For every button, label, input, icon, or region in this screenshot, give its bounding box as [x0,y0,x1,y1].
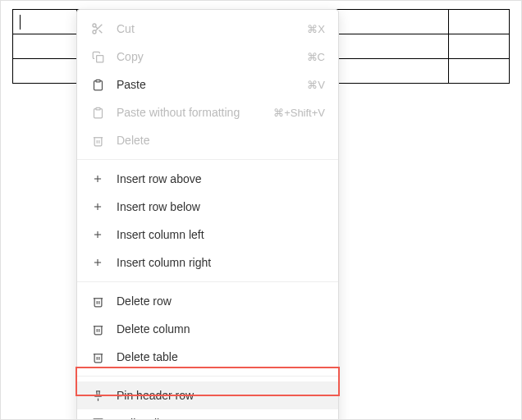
menu-shortcut: ⌘+Shift+V [273,107,325,119]
menu-label: Copy [117,50,307,63]
copy-icon [90,49,105,64]
menu-label: Cut [117,22,307,35]
menu-paste[interactable]: Paste ⌘V [77,71,338,98]
menu-cut[interactable]: Cut ⌘X [77,15,338,43]
menu-insert-col-left[interactable]: Insert column left [77,221,338,249]
split-icon [90,416,105,420]
table-cell[interactable] [13,59,77,84]
table-cell[interactable] [449,59,510,84]
menu-shortcut: ⌘V [307,79,325,91]
menu-label: Split cell [117,417,325,420]
menu-delete-column[interactable]: Delete column [77,315,338,343]
menu-split-cell[interactable]: Split cell [77,409,338,420]
menu-insert-col-right[interactable]: Insert column right [77,249,338,276]
menu-label: Paste without formatting [117,106,273,119]
menu-label: Paste [117,78,307,91]
svg-line-3 [99,30,103,34]
text-cursor [20,15,21,30]
svg-point-1 [93,30,96,34]
svg-point-0 [93,24,96,27]
trash-icon [90,349,105,364]
svg-rect-7 [96,107,100,110]
menu-shortcut: ⌘C [307,51,325,63]
menu-label: Insert column right [117,256,325,269]
menu-delete-row[interactable]: Delete row [77,287,338,315]
menu-label: Delete [117,134,325,147]
menu-delete[interactable]: Delete [77,126,338,154]
menu-label: Insert column left [117,228,325,241]
plus-icon [90,227,105,242]
plus-icon [90,199,105,214]
context-menu: Cut ⌘X Copy ⌘C Paste ⌘V Paste without fo… [76,9,339,420]
menu-separator [77,159,338,160]
pin-icon [90,388,105,403]
menu-separator [77,376,338,377]
svg-rect-6 [96,80,100,82]
svg-line-4 [95,26,98,29]
menu-label: Delete column [117,322,325,336]
menu-label: Insert row above [117,172,325,185]
menu-label: Pin header row [117,389,325,402]
scissors-icon [90,21,105,36]
menu-label: Insert row below [117,200,325,213]
menu-copy[interactable]: Copy ⌘C [77,43,338,71]
plus-icon [90,171,105,186]
menu-pin-header-row[interactable]: Pin header row [77,381,338,409]
clipboard-plain-icon [90,105,105,120]
trash-icon [90,133,105,148]
menu-insert-row-below[interactable]: Insert row below [77,193,338,221]
menu-label: Delete row [117,294,325,308]
menu-shortcut: ⌘X [307,23,325,35]
trash-icon [90,294,105,308]
table-cell[interactable] [449,34,510,59]
svg-rect-5 [96,55,103,62]
clipboard-icon [90,77,105,92]
menu-delete-table[interactable]: Delete table [77,343,338,371]
table-cell-active[interactable] [13,10,77,34]
menu-paste-plain[interactable]: Paste without formatting ⌘+Shift+V [77,98,338,126]
plus-icon [90,255,105,270]
trash-icon [90,322,105,336]
table-cell[interactable] [13,34,77,59]
menu-separator [77,281,338,282]
table-cell[interactable] [449,10,510,34]
menu-label: Delete table [117,350,325,363]
menu-insert-row-above[interactable]: Insert row above [77,165,338,193]
